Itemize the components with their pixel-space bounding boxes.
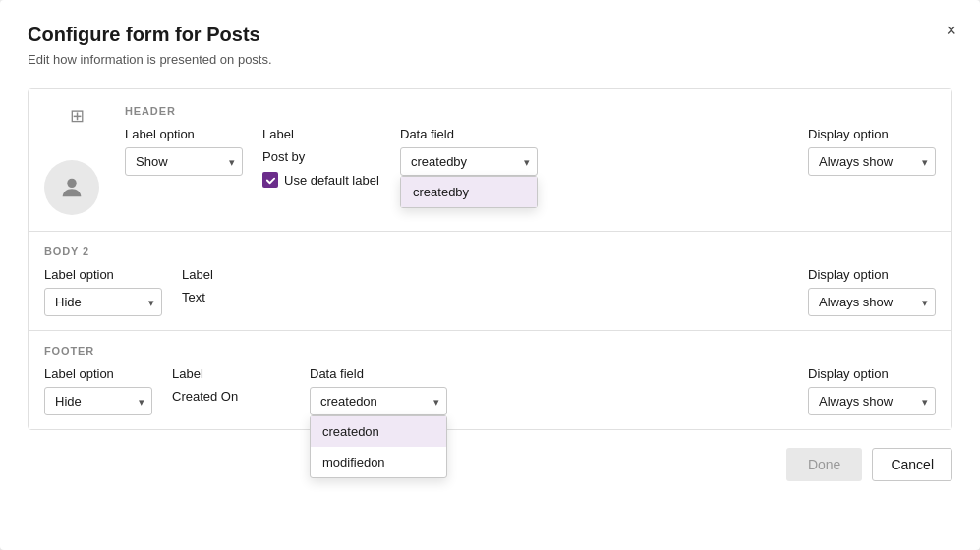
done-button[interactable]: Done xyxy=(786,448,862,481)
footer-display-option-select[interactable]: Always show xyxy=(808,387,936,415)
body2-label-option-select[interactable]: Hide Show xyxy=(44,288,162,316)
header-label-col-label: Label xyxy=(262,127,380,141)
header-label-option-group: Label option Show Hide ▾ xyxy=(125,127,243,176)
footer-label-option-group: Label option Hide Show ▾ xyxy=(44,366,152,415)
svg-point-0 xyxy=(67,179,76,188)
configure-form-dialog: Configure form for Posts Edit how inform… xyxy=(0,0,980,550)
header-data-field-group: Data field createdby ▾ createdby xyxy=(400,127,538,176)
header-section: ⊞ HEADER Label option xyxy=(29,89,951,232)
cancel-button[interactable]: Cancel xyxy=(872,448,952,481)
footer-display-option-select-wrapper: Always show ▾ xyxy=(808,387,936,415)
footer-label-option-select-wrapper: Hide Show ▾ xyxy=(44,387,152,415)
body2-label-option-group: Label option Hide Show ▾ xyxy=(44,267,162,316)
footer-label-group: Label Created On xyxy=(172,366,290,404)
header-display-option-select[interactable]: Always show xyxy=(808,147,936,176)
dialog-footer: Done Cancel xyxy=(28,448,952,481)
header-checkbox-label: Use default label xyxy=(284,173,379,188)
header-label-col-value: Post by xyxy=(262,147,380,164)
body2-fields-row: Label option Hide Show ▾ Label Text xyxy=(44,267,936,316)
footer-label-col-label: Label xyxy=(172,366,290,381)
body2-display-option-label: Display option xyxy=(808,267,936,282)
close-button[interactable]: × xyxy=(942,18,960,43)
avatar xyxy=(44,160,99,215)
footer-dropdown-item-createdon[interactable]: createdon xyxy=(311,416,446,447)
footer-dropdown-item-modifiedon[interactable]: modifiedon xyxy=(311,447,446,477)
dialog-subtitle: Edit how information is presented on pos… xyxy=(28,52,952,67)
footer-fields-row: Label option Hide Show ▾ Label Created O… xyxy=(44,366,936,415)
header-display-option-select-wrapper: Always show ▾ xyxy=(808,147,936,176)
body2-label-option-select-wrapper: Hide Show ▾ xyxy=(44,288,162,316)
body2-section: BODY 2 Label option Hide Show ▾ Label xyxy=(29,232,951,331)
header-fields: HEADER Label option Show Hide ▾ xyxy=(125,105,936,188)
footer-section-label: FOOTER xyxy=(44,345,936,357)
header-dropdown-item-createdby[interactable]: createdby xyxy=(401,177,537,207)
footer-data-field-group: Data field createdon modifiedon ▾ create… xyxy=(310,366,447,415)
header-fields-row: Label option Show Hide ▾ Label Post by xyxy=(125,127,936,188)
header-checkbox-row: Use default label xyxy=(262,172,380,188)
header-data-field-dropdown: createdby xyxy=(400,176,538,208)
footer-label-col-value: Created On xyxy=(172,387,290,404)
body2-label-col-value: Text xyxy=(182,288,300,304)
header-label-option-select-wrapper: Show Hide ▾ xyxy=(125,147,243,176)
body2-label-option-label: Label option xyxy=(44,267,162,282)
footer-section: FOOTER Label option Hide Show ▾ Label xyxy=(29,331,951,429)
form-card: ⊞ HEADER Label option xyxy=(28,88,952,430)
body2-display-option-select-wrapper: Always show ▾ xyxy=(808,288,936,316)
footer-label-option-select[interactable]: Hide Show xyxy=(44,387,152,415)
body2-display-option-select[interactable]: Always show xyxy=(808,288,936,316)
header-label-group: Label Post by Use default label xyxy=(262,127,380,188)
footer-data-field-select-wrapper: createdon modifiedon ▾ xyxy=(310,387,447,415)
body2-label-col-label: Label xyxy=(182,267,300,282)
avatar-area: ⊞ xyxy=(44,105,109,215)
grid-icon: ⊞ xyxy=(70,105,85,127)
footer-data-field-label: Data field xyxy=(310,366,447,381)
header-data-field-select[interactable]: createdby xyxy=(400,147,538,176)
footer-label-option-label: Label option xyxy=(44,366,152,381)
header-section-label: HEADER xyxy=(125,105,936,117)
footer-display-option-group: Display option Always show ▾ xyxy=(808,366,936,415)
header-label-option-select[interactable]: Show Hide xyxy=(125,147,243,176)
header-data-field-label: Data field xyxy=(400,127,538,141)
header-data-field-select-wrapper: createdby ▾ xyxy=(400,147,538,176)
footer-data-field-select[interactable]: createdon modifiedon xyxy=(310,387,447,415)
header-display-option-group: Display option Always show ▾ xyxy=(808,127,936,176)
header-label-option-label: Label option xyxy=(125,127,243,141)
body2-label-group: Label Text xyxy=(182,267,300,304)
body2-display-option-group: Display option Always show ▾ xyxy=(808,267,936,316)
footer-display-option-label: Display option xyxy=(808,366,936,381)
header-checkbox[interactable] xyxy=(262,172,278,188)
body2-section-label: BODY 2 xyxy=(44,246,936,257)
footer-data-field-dropdown: createdon modifiedon xyxy=(310,415,447,478)
header-display-option-label: Display option xyxy=(808,127,936,141)
dialog-title: Configure form for Posts xyxy=(28,24,952,46)
